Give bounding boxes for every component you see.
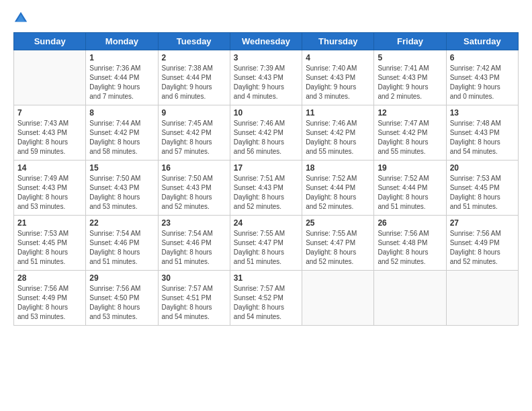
day-number: 28 (17, 273, 82, 283)
day-number: 16 (162, 163, 226, 173)
cell-line: Daylight: 9 hours (450, 83, 515, 92)
cell-line: Daylight: 8 hours (234, 248, 298, 257)
calendar-day-header: Monday (86, 33, 158, 50)
cell-line: and 54 minutes. (450, 147, 515, 156)
day-number: 14 (17, 163, 82, 173)
day-number: 21 (17, 218, 82, 228)
day-number: 19 (378, 163, 442, 173)
cell-line: Daylight: 8 hours (162, 248, 226, 257)
cell-line: Sunset: 4:49 PM (17, 293, 82, 303)
calendar-cell (446, 271, 518, 326)
cell-line: Sunrise: 7:56 AM (378, 229, 442, 238)
cell-line: Sunset: 4:42 PM (234, 128, 298, 138)
cell-line: Sunset: 4:43 PM (234, 73, 298, 83)
logo-icon (13, 11, 28, 26)
cell-line: Sunrise: 7:46 AM (234, 119, 298, 128)
cell-line: Sunrise: 7:51 AM (234, 174, 298, 183)
calendar-day-header: Friday (374, 33, 446, 50)
day-number: 6 (450, 53, 515, 62)
cell-line: Sunset: 4:44 PM (162, 73, 226, 83)
cell-line: and 3 minutes. (306, 92, 370, 101)
day-number: 13 (450, 108, 515, 118)
cell-line: Daylight: 8 hours (234, 138, 298, 147)
day-number: 9 (162, 108, 226, 118)
calendar-cell: 23Sunrise: 7:54 AMSunset: 4:46 PMDayligh… (158, 216, 230, 271)
cell-line: and 52 minutes. (378, 257, 442, 267)
day-number: 2 (162, 53, 226, 62)
day-number: 11 (306, 108, 370, 118)
calendar-cell (374, 271, 446, 326)
header (13, 11, 519, 26)
cell-line: and 51 minutes. (17, 257, 82, 267)
calendar-week-row: 7Sunrise: 7:43 AMSunset: 4:43 PMDaylight… (14, 105, 519, 161)
day-number: 17 (234, 163, 298, 173)
cell-line: Daylight: 9 hours (234, 83, 298, 92)
cell-line: Sunrise: 7:54 AM (162, 229, 226, 238)
cell-line: Sunrise: 7:39 AM (234, 64, 298, 73)
day-number: 27 (450, 218, 515, 228)
cell-line: Daylight: 8 hours (89, 303, 154, 312)
logo (13, 11, 31, 26)
calendar-week-row: 1Sunrise: 7:36 AMSunset: 4:44 PMDaylight… (14, 50, 519, 105)
cell-line: Daylight: 8 hours (234, 193, 298, 202)
calendar-cell (14, 50, 86, 105)
cell-line: and 51 minutes. (89, 257, 154, 267)
calendar-cell: 30Sunrise: 7:57 AMSunset: 4:51 PMDayligh… (158, 271, 230, 326)
calendar-cell: 2Sunrise: 7:38 AMSunset: 4:44 PMDaylight… (158, 50, 230, 105)
cell-line: Sunrise: 7:57 AM (234, 284, 298, 293)
cell-line: Sunrise: 7:50 AM (162, 174, 226, 183)
cell-line: Sunrise: 7:38 AM (162, 64, 226, 73)
cell-line: Daylight: 8 hours (89, 193, 154, 202)
cell-line: and 56 minutes. (234, 147, 298, 156)
cell-line: Sunset: 4:46 PM (162, 238, 226, 248)
calendar-day-header: Sunday (14, 33, 86, 50)
day-number: 7 (17, 108, 82, 118)
cell-line: Daylight: 8 hours (378, 138, 442, 147)
day-number: 8 (89, 108, 154, 118)
day-number: 3 (234, 53, 298, 62)
cell-line: Sunrise: 7:48 AM (450, 119, 515, 128)
cell-line: Sunset: 4:49 PM (450, 238, 515, 248)
cell-line: Sunrise: 7:49 AM (17, 174, 82, 183)
cell-line: Sunrise: 7:52 AM (306, 174, 370, 183)
calendar-cell: 6Sunrise: 7:42 AMSunset: 4:43 PMDaylight… (446, 50, 518, 105)
cell-line: and 53 minutes. (89, 312, 154, 322)
cell-line: Sunset: 4:52 PM (234, 293, 298, 303)
cell-line: Sunset: 4:48 PM (378, 238, 442, 248)
cell-line: and 52 minutes. (306, 202, 370, 212)
day-number: 26 (378, 218, 442, 228)
cell-line: Daylight: 8 hours (17, 138, 82, 147)
cell-line: Daylight: 8 hours (162, 138, 226, 147)
calendar-cell (302, 271, 374, 326)
calendar-cell: 22Sunrise: 7:54 AMSunset: 4:46 PMDayligh… (86, 216, 158, 271)
cell-line: Sunrise: 7:52 AM (378, 174, 442, 183)
cell-line: Daylight: 8 hours (306, 138, 370, 147)
day-number: 18 (306, 163, 370, 173)
calendar-day-header: Saturday (446, 33, 518, 50)
cell-line: Daylight: 8 hours (162, 303, 226, 312)
day-number: 31 (234, 273, 298, 283)
calendar-cell: 27Sunrise: 7:56 AMSunset: 4:49 PMDayligh… (446, 216, 518, 271)
cell-line: Sunset: 4:43 PM (89, 183, 154, 193)
day-number: 25 (306, 218, 370, 228)
calendar-cell: 11Sunrise: 7:46 AMSunset: 4:42 PMDayligh… (302, 105, 374, 161)
cell-line: and 53 minutes. (17, 202, 82, 212)
calendar-cell: 18Sunrise: 7:52 AMSunset: 4:44 PMDayligh… (302, 161, 374, 216)
cell-line: Sunrise: 7:40 AM (306, 64, 370, 73)
cell-line: Sunset: 4:44 PM (378, 183, 442, 193)
calendar-cell: 5Sunrise: 7:41 AMSunset: 4:43 PMDaylight… (374, 50, 446, 105)
cell-line: Sunrise: 7:47 AM (378, 119, 442, 128)
cell-line: and 51 minutes. (450, 202, 515, 212)
calendar-day-header: Tuesday (158, 33, 230, 50)
cell-line: and 52 minutes. (306, 257, 370, 267)
cell-line: and 53 minutes. (89, 202, 154, 212)
page: SundayMondayTuesdayWednesdayThursdayFrid… (0, 0, 532, 411)
day-number: 20 (450, 163, 515, 173)
calendar-cell: 20Sunrise: 7:53 AMSunset: 4:45 PMDayligh… (446, 161, 518, 216)
cell-line: and 6 minutes. (162, 92, 226, 101)
calendar-cell: 31Sunrise: 7:57 AMSunset: 4:52 PMDayligh… (230, 271, 302, 326)
cell-line: Sunrise: 7:44 AM (89, 119, 154, 128)
day-number: 4 (306, 53, 370, 62)
cell-line: Daylight: 9 hours (378, 83, 442, 92)
cell-line: Sunrise: 7:56 AM (17, 284, 82, 293)
